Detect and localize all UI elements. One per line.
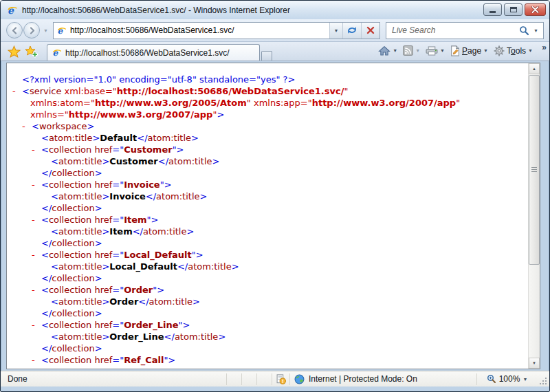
- page-button[interactable]: Page ▼: [448, 43, 491, 58]
- xml-token-t: href: [94, 355, 112, 365]
- xml-token-t: atom:title: [188, 261, 231, 272]
- stop-button[interactable]: [361, 23, 380, 39]
- xml-collapse-marker[interactable]: -: [32, 249, 41, 261]
- xml-line: -<collection href="Customer">: [7, 144, 528, 155]
- tools-button[interactable]: Tools ▼: [491, 43, 536, 58]
- tools-dropdown[interactable]: ▼: [528, 48, 533, 53]
- ie-logo-icon: e: [7, 5, 18, 15]
- window-title: http://localhost:50686/WebDataService1.s…: [22, 6, 290, 15]
- refresh-button[interactable]: [342, 23, 361, 39]
- xml-token-m: <?xml version="1.0" encoding="utf-8" sta…: [22, 74, 295, 85]
- search-box: Live Search ▼: [386, 22, 544, 39]
- resize-grip-icon[interactable]: [537, 373, 547, 385]
- status-bar: Done Internet | Protected Mode: On: [1, 371, 549, 386]
- browser-window: e http://localhost:50686/WebDataService1…: [0, 0, 550, 392]
- xml-token-m: >: [95, 238, 102, 248]
- xml-collapse-marker[interactable]: -: [12, 85, 22, 97]
- print-dropdown[interactable]: ▼: [440, 48, 445, 53]
- add-favorite-button[interactable]: [23, 43, 41, 59]
- xml-token-m: >: [218, 331, 226, 342]
- xml-token-m: >: [95, 168, 102, 178]
- tab-active[interactable]: e http://localhost:50686/WebDataService1…: [47, 44, 260, 61]
- xml-token-m: >: [92, 133, 100, 143]
- search-icon[interactable]: [519, 25, 529, 36]
- feeds-button[interactable]: ▼: [400, 43, 423, 58]
- xml-token-m: </: [41, 273, 52, 283]
- address-dropdown[interactable]: ▼: [329, 23, 342, 39]
- xml-line: xmlns="http://www.w3.org/2007/app">: [7, 109, 528, 120]
- xml-collapse-marker[interactable]: -: [32, 354, 41, 366]
- page-alert-indicator[interactable]: [272, 373, 289, 385]
- close-button[interactable]: [525, 3, 546, 16]
- xml-token-m: </: [41, 203, 52, 213]
- xml-token-m: ">: [164, 355, 175, 365]
- xml-token-m: <: [41, 285, 49, 295]
- xml-line: -<collection href="Ref_Call">: [7, 354, 528, 366]
- xml-token-m: ">: [153, 285, 164, 295]
- search-dropdown[interactable]: ▼: [534, 28, 538, 33]
- maximize-icon: [510, 7, 517, 12]
- xml-token-t: atom:title: [148, 133, 191, 143]
- zoom-dropdown[interactable]: ▼: [522, 377, 527, 382]
- xml-token-m: <: [32, 121, 39, 131]
- xml-collapse-marker[interactable]: -: [32, 144, 41, 155]
- zoom-level: 100%: [499, 374, 520, 384]
- xml-token-m: >: [87, 121, 95, 131]
- vertical-scrollbar[interactable]: ▲ ▼: [528, 63, 540, 369]
- xml-token-m: </: [41, 343, 52, 353]
- xml-collapse-marker[interactable]: -: [22, 120, 32, 132]
- xml-collapse-marker[interactable]: -: [32, 284, 41, 296]
- page-alert-icon: [276, 374, 286, 384]
- search-input[interactable]: Live Search: [386, 25, 519, 35]
- zoom-control[interactable]: 100% ▼: [476, 373, 537, 385]
- xml-token-m: <: [51, 191, 58, 202]
- xml-collapse-marker[interactable]: -: [32, 214, 41, 226]
- favorites-button[interactable]: [5, 43, 23, 59]
- forward-button[interactable]: [23, 22, 40, 39]
- xml-token-av: Ref_Call: [124, 355, 164, 365]
- home-button[interactable]: ▼: [375, 43, 400, 58]
- page-dropdown[interactable]: ▼: [483, 48, 488, 53]
- xml-token-m: ">: [160, 179, 172, 190]
- feeds-dropdown[interactable]: ▼: [415, 48, 420, 53]
- xml-collapse-marker[interactable]: -: [32, 179, 41, 190]
- back-button[interactable]: [6, 22, 23, 39]
- xml-token-m: </: [41, 308, 52, 318]
- xml-token-t: href: [94, 320, 112, 330]
- xml-token-m: >: [186, 226, 194, 237]
- xml-token-t: href: [94, 285, 112, 295]
- scroll-thumb[interactable]: [529, 75, 540, 265]
- new-tab-button[interactable]: [261, 51, 272, 61]
- history-dropdown[interactable]: ▼: [43, 28, 48, 33]
- minimize-button[interactable]: [483, 3, 502, 16]
- xml-token-m: >: [95, 343, 102, 353]
- xml-token-t: atom:title: [143, 226, 186, 237]
- home-dropdown[interactable]: ▼: [393, 48, 397, 53]
- xml-token-t: collection: [49, 250, 95, 260]
- xml-token-m: <: [51, 296, 58, 307]
- xml-token-t: href: [94, 144, 112, 155]
- scroll-track[interactable]: [529, 74, 540, 358]
- maximize-button[interactable]: [504, 3, 522, 16]
- print-button[interactable]: ▼: [423, 43, 448, 58]
- xml-token-t: atom:title: [175, 331, 218, 342]
- scroll-down-button[interactable]: ▼: [529, 358, 540, 369]
- xml-token-nsv: http://www.w3.org/2005/Atom: [95, 98, 247, 108]
- scroll-up-button[interactable]: ▲: [529, 63, 540, 74]
- xml-token-t: collection: [49, 215, 95, 225]
- xml-line: <atom:title>Item</atom:title>: [7, 226, 528, 237]
- xml-token-m: <: [22, 86, 30, 96]
- security-zone[interactable]: Internet | Protected Mode: On: [289, 373, 476, 385]
- xml-token-m: <: [41, 144, 49, 155]
- content-frame: <?xml version="1.0" encoding="utf-8" sta…: [1, 61, 549, 371]
- internet-globe-icon: [294, 374, 305, 384]
- xml-collapse-marker[interactable]: -: [32, 319, 41, 331]
- toolbar-overflow-button[interactable]: »: [542, 43, 547, 52]
- navigation-bar: ▼ e http://localhost:50686/WebDataServic…: [1, 19, 549, 42]
- address-input[interactable]: http://localhost:50686/WebDataService1.s…: [70, 23, 329, 39]
- xml-line: -<collection href="Invoice">: [7, 179, 528, 190]
- page-favicon-icon: e: [54, 23, 70, 39]
- back-icon: [11, 27, 19, 34]
- xml-line: <atom:title>Order</atom:title>: [7, 296, 528, 307]
- svg-text:e: e: [57, 26, 63, 35]
